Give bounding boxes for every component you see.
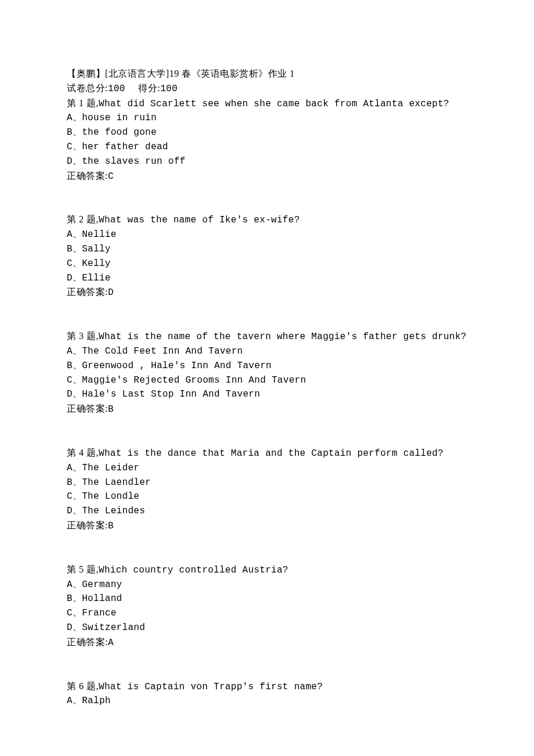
question-option: D、Ellie [67, 271, 467, 286]
question-block: 第 3 题,What is the name of the tavern whe… [67, 329, 467, 417]
question-option: A、house in ruin [67, 111, 467, 125]
question-header: 第 3 题,What is the name of the tavern whe… [67, 329, 467, 344]
score-prefix: 试卷总分: [67, 83, 108, 93]
question-option: C、Maggie's Rejected Grooms Inn And Taver… [67, 373, 467, 388]
question-option: C、The Londle [67, 489, 467, 504]
question-number: 第 5 题, [67, 564, 99, 574]
question-text: Which country controlled Austria? [99, 565, 288, 575]
question-block: 第 2 题,What was the name of Ike's ex-wife… [67, 213, 467, 300]
question-text: What was the name of Ike's ex-wife? [99, 215, 300, 225]
question-option: C、her father dead [67, 140, 467, 154]
question-option: A、The Leider [67, 461, 467, 476]
question-block: 第 1 题,What did Scarlett see when she cam… [67, 96, 467, 184]
question-number: 第 4 题, [67, 448, 99, 458]
question-text: What is Captain von Trapp's first name? [99, 682, 323, 692]
answer-value: D [108, 287, 114, 298]
answer-line: 正确答案:B [67, 519, 467, 534]
question-option: C、Kelly [67, 257, 467, 271]
question-option: B、Holland [67, 592, 467, 606]
question-option: B、the food gone [67, 125, 467, 140]
question-option: C、France [67, 606, 467, 621]
answer-value: B [108, 404, 114, 415]
question-block: 第 6 题,What is Captain von Trapp's first … [67, 679, 467, 709]
question-header: 第 2 题,What was the name of Ike's ex-wife… [67, 213, 467, 228]
question-option: D、the slaves run off [67, 154, 467, 169]
question-option: D、Hale's Last Stop Inn And Tavern [67, 387, 467, 402]
question-option: A、The Cold Feet Inn And Tavern [67, 344, 467, 359]
question-header: 第 4 题,What is the dance that Maria and t… [67, 446, 467, 461]
question-option: A、Germany [67, 578, 467, 592]
answer-line: 正确答案:B [67, 402, 467, 417]
question-option: D、Switzerland [67, 621, 467, 635]
question-option: B、Sally [67, 242, 467, 257]
question-block: 第 4 题,What is the dance that Maria and t… [67, 446, 467, 534]
question-option: D、The Leindes [67, 504, 467, 519]
question-text: What is the dance that Maria and the Cap… [99, 448, 443, 459]
document-page: 【奥鹏】[北京语言大学]19 春《英语电影赏析》作业 1 试卷总分:100 得分… [0, 0, 534, 708]
question-header: 第 5 题,Which country controlled Austria? [67, 563, 467, 578]
question-block: 第 5 题,Which country controlled Austria? … [67, 563, 467, 650]
question-option: B、The Laendler [67, 476, 467, 490]
answer-label: 正确答案: [67, 637, 108, 647]
answer-value: A [108, 638, 114, 648]
answer-label: 正确答案: [67, 171, 108, 181]
question-number: 第 1 题, [67, 98, 99, 108]
score-gap [125, 83, 139, 93]
score-line: 试卷总分:100 得分:100 [67, 81, 467, 96]
answer-value: B [108, 521, 114, 531]
question-option: A、Nellie [67, 228, 467, 242]
question-option: B、Greenwood , Hale's Inn And Tavern [67, 359, 467, 373]
answer-label: 正确答案: [67, 520, 108, 530]
answer-line: 正确答案:D [67, 285, 467, 300]
question-header: 第 6 题,What is Captain von Trapp's first … [67, 679, 467, 694]
answer-label: 正确答案: [67, 287, 108, 297]
answer-value: C [108, 171, 114, 182]
answer-label: 正确答案: [67, 404, 108, 413]
question-text: What is the name of the tavern where Mag… [99, 332, 467, 342]
obtained-score: 100 [160, 84, 178, 94]
answer-line: 正确答案:C [67, 169, 467, 184]
question-text: What did Scarlett see when she came back… [99, 99, 449, 109]
question-number: 第 2 题, [67, 214, 99, 224]
answer-line: 正确答案:A [67, 635, 467, 650]
question-number: 第 6 题, [67, 681, 99, 691]
question-option: A、Ralph [67, 694, 467, 708]
doc-title: 【奥鹏】[北京语言大学]19 春《英语电影赏析》作业 1 [67, 67, 467, 81]
question-header: 第 1 题,What did Scarlett see when she cam… [67, 96, 467, 111]
total-score: 100 [108, 84, 125, 94]
score-mid: 得分: [138, 83, 160, 93]
question-number: 第 3 题, [67, 331, 99, 341]
